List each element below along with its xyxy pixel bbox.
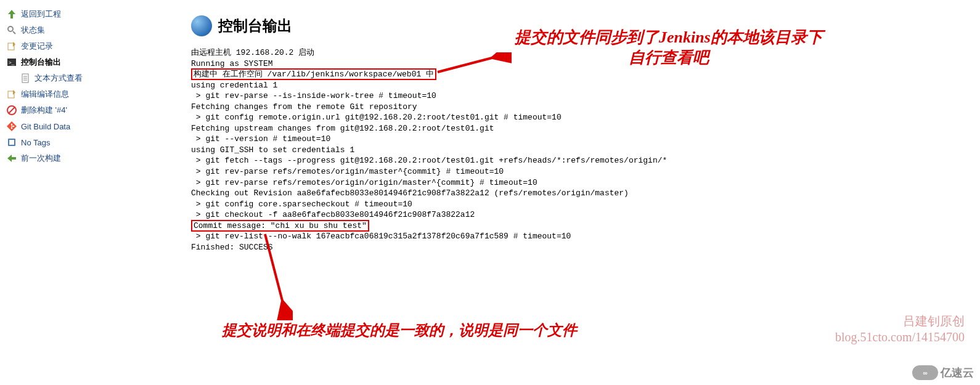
sidebar-item-git-build-data[interactable]: Git Build Data	[6, 118, 173, 134]
console-line: using credential 1	[191, 81, 277, 90]
console-line: Running as SYSTEM	[191, 59, 273, 68]
sidebar-item-plain-text[interactable]: 文本方式查看	[6, 70, 173, 86]
page-title: 控制台输出	[218, 16, 292, 36]
annotation-text: 提交的文件同步到了Jenkins的本地该目录下	[515, 28, 823, 48]
git-icon	[6, 121, 17, 132]
watermark-line: 吕建钊原创	[835, 313, 965, 329]
console-line: > git config core.sparsecheckout # timeo…	[191, 200, 412, 209]
sidebar-item-edit-build-info[interactable]: 编辑编译信息	[6, 86, 173, 102]
console-line: > git fetch --tags --progress git@192.16…	[191, 156, 667, 165]
sidebar-item-label: 前一次构建	[21, 153, 61, 164]
console-line: Fetching upstream changes from git@192.1…	[191, 124, 494, 133]
annotation-bottom: 提交说明和在终端提交的是一致的，说明是同一个文件	[222, 320, 577, 340]
svg-line-11	[9, 107, 15, 113]
sidebar-item-delete-build[interactable]: 删除构建 '#4'	[6, 102, 173, 118]
sidebar-item-label: 状态集	[21, 25, 45, 36]
magnify-icon	[6, 25, 17, 36]
console-line: > git rev-parse refs/remotes/origin/orig…	[191, 178, 537, 187]
annotation-text: 自行查看吧	[515, 48, 823, 68]
console-line: > git --version # timeout=10	[191, 134, 330, 144]
sidebar-item-label: 返回到工程	[21, 9, 61, 20]
sidebar-item-no-tags[interactable]: No Tags	[6, 134, 173, 150]
tag-icon	[6, 137, 17, 148]
svg-point-0	[8, 26, 13, 31]
brand-watermark: ∞ 亿速云	[912, 365, 974, 380]
console-line: > git rev-list --no-walk 167eacbfca06819…	[191, 232, 571, 241]
svg-line-1	[13, 31, 15, 34]
edit-icon	[6, 89, 17, 100]
console-line: Checking out Revision aa8e6fafecb8033e80…	[191, 188, 629, 198]
sidebar-item-changes[interactable]: 变更记录	[6, 38, 173, 54]
author-watermark: 吕建钊原创 blog.51cto.com/14154700	[835, 313, 965, 345]
arrow-up-green-icon	[6, 9, 17, 20]
console-line: > git rev-parse refs/remotes/origin/mast…	[191, 167, 504, 176]
no-entry-icon	[6, 105, 17, 116]
edit-icon	[6, 41, 17, 52]
sidebar-item-label: 文本方式查看	[35, 73, 83, 84]
page-text-icon	[20, 73, 31, 84]
terminal-icon: >_	[6, 57, 17, 68]
sidebar-item-previous-build[interactable]: 前一次构建	[6, 150, 173, 166]
sidebar-item-label: 删除构建 '#4'	[21, 105, 67, 116]
sidebar-item-label: Git Build Data	[21, 122, 70, 131]
console-line: > git rev-parse --is-inside-work-tree # …	[191, 91, 436, 100]
globe-icon	[191, 15, 212, 36]
sidebar-item-label: 控制台输出	[21, 57, 61, 68]
highlight-workspace: 构建中 在工作空间 /var/lib/jenkins/workspace/web…	[191, 68, 436, 80]
console-line: using GIT_SSH to set credentials 1	[191, 145, 354, 155]
console-line: Finished: SUCCESS	[191, 243, 273, 252]
console-output: 由远程主机 192.168.20.2 启动 Running as SYSTEM …	[191, 47, 968, 253]
annotation-top: 提交的文件同步到了Jenkins的本地该目录下 自行查看吧	[515, 28, 823, 68]
console-line: > git checkout -f aa8e6fafecb8033e801494…	[191, 210, 475, 219]
sidebar-item-back-to-project[interactable]: 返回到工程	[6, 6, 173, 22]
sidebar-item-console-output[interactable]: >_ 控制台输出	[6, 54, 173, 70]
sidebar: 返回到工程 状态集 变更记录 >_ 控制台输出 文本方式查看 编辑编译信息 删除…	[0, 0, 173, 166]
console-line: Fetching changes from the remote Git rep…	[191, 102, 417, 111]
svg-rect-18	[9, 140, 14, 145]
console-line: > git config remote.origin.url git@192.1…	[191, 113, 561, 122]
sidebar-item-status[interactable]: 状态集	[6, 22, 173, 38]
console-line: 由远程主机 192.168.20.2 启动	[191, 48, 314, 57]
arrow-left-green-icon	[6, 153, 17, 164]
sidebar-item-label: No Tags	[21, 138, 50, 147]
watermark-line: blog.51cto.com/14154700	[835, 329, 965, 345]
highlight-commit-message: Commit message: "chi xu bu shu test"	[191, 220, 369, 232]
svg-text:>_: >_	[9, 60, 15, 65]
sidebar-item-label: 变更记录	[21, 41, 53, 52]
brand-watermark-icon: ∞	[912, 365, 938, 380]
brand-watermark-text: 亿速云	[941, 365, 974, 380]
sidebar-item-label: 编辑编译信息	[21, 89, 69, 100]
